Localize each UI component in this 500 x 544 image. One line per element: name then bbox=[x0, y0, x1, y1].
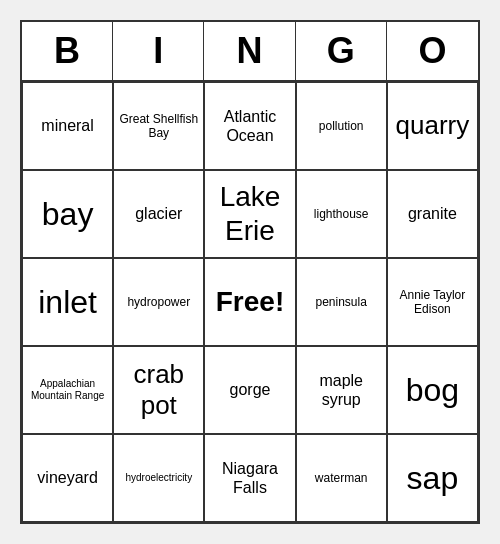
cell-text-0: mineral bbox=[41, 116, 93, 135]
bingo-cell-15: Appalachian Mountain Range bbox=[22, 346, 113, 434]
bingo-cell-3: pollution bbox=[296, 82, 387, 170]
bingo-cell-20: vineyard bbox=[22, 434, 113, 522]
cell-text-3: pollution bbox=[319, 119, 364, 133]
cell-text-14: Annie Taylor Edison bbox=[392, 288, 473, 317]
cell-text-8: lighthouse bbox=[314, 207, 369, 221]
bingo-cell-9: granite bbox=[387, 170, 478, 258]
header-letter-n: N bbox=[204, 22, 295, 80]
bingo-cell-5: bay bbox=[22, 170, 113, 258]
cell-text-11: hydropower bbox=[127, 295, 190, 309]
cell-text-2: Atlantic Ocean bbox=[209, 107, 290, 145]
cell-text-17: gorge bbox=[230, 380, 271, 399]
cell-text-4: quarry bbox=[396, 110, 470, 141]
bingo-cell-23: waterman bbox=[296, 434, 387, 522]
bingo-cell-10: inlet bbox=[22, 258, 113, 346]
cell-text-24: sap bbox=[407, 459, 459, 497]
bingo-cell-21: hydroelectricity bbox=[113, 434, 204, 522]
cell-text-13: peninsula bbox=[316, 295, 367, 309]
cell-text-19: bog bbox=[406, 371, 459, 409]
cell-text-20: vineyard bbox=[37, 468, 97, 487]
cell-text-18: maple syrup bbox=[301, 371, 382, 409]
header-letter-b: B bbox=[22, 22, 113, 80]
cell-text-21: hydroelectricity bbox=[125, 472, 192, 484]
header-letter-o: O bbox=[387, 22, 478, 80]
bingo-cell-12: Free! bbox=[204, 258, 295, 346]
bingo-cell-16: crab pot bbox=[113, 346, 204, 434]
bingo-cell-22: Niagara Falls bbox=[204, 434, 295, 522]
bingo-cell-13: peninsula bbox=[296, 258, 387, 346]
cell-text-15: Appalachian Mountain Range bbox=[27, 378, 108, 402]
cell-text-5: bay bbox=[42, 195, 94, 233]
bingo-cell-24: sap bbox=[387, 434, 478, 522]
cell-text-9: granite bbox=[408, 204, 457, 223]
bingo-cell-11: hydropower bbox=[113, 258, 204, 346]
cell-text-6: glacier bbox=[135, 204, 182, 223]
bingo-cell-18: maple syrup bbox=[296, 346, 387, 434]
bingo-cell-19: bog bbox=[387, 346, 478, 434]
bingo-grid: mineralGreat Shellfish BayAtlantic Ocean… bbox=[22, 82, 478, 522]
bingo-cell-7: Lake Erie bbox=[204, 170, 295, 258]
bingo-header: BINGO bbox=[22, 22, 478, 82]
cell-text-7: Lake Erie bbox=[209, 180, 290, 247]
header-letter-g: G bbox=[296, 22, 387, 80]
cell-text-23: waterman bbox=[315, 471, 368, 485]
bingo-cell-6: glacier bbox=[113, 170, 204, 258]
bingo-cell-1: Great Shellfish Bay bbox=[113, 82, 204, 170]
cell-text-1: Great Shellfish Bay bbox=[118, 112, 199, 141]
bingo-cell-14: Annie Taylor Edison bbox=[387, 258, 478, 346]
bingo-card: BINGO mineralGreat Shellfish BayAtlantic… bbox=[20, 20, 480, 524]
bingo-cell-4: quarry bbox=[387, 82, 478, 170]
bingo-cell-8: lighthouse bbox=[296, 170, 387, 258]
cell-text-16: crab pot bbox=[118, 359, 199, 421]
bingo-cell-17: gorge bbox=[204, 346, 295, 434]
cell-text-22: Niagara Falls bbox=[209, 459, 290, 497]
header-letter-i: I bbox=[113, 22, 204, 80]
bingo-cell-2: Atlantic Ocean bbox=[204, 82, 295, 170]
bingo-cell-0: mineral bbox=[22, 82, 113, 170]
cell-text-10: inlet bbox=[38, 283, 97, 321]
cell-text-12: Free! bbox=[216, 285, 284, 319]
